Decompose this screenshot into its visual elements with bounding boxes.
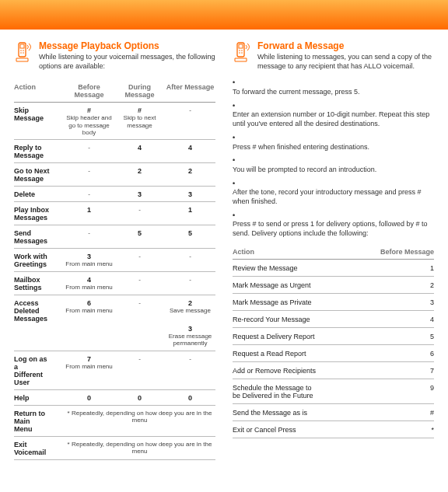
table-row: Mark Message as Private3 xyxy=(233,294,434,311)
table-row: Review the Message1 xyxy=(233,260,434,277)
value-cell: 0 xyxy=(64,394,114,402)
span-cell: * Repeatedly, depending on how deep you … xyxy=(64,441,215,456)
value-cell: - xyxy=(64,190,114,198)
playback-section-header: Message Playback Options While listening… xyxy=(14,40,215,71)
value-cell: * xyxy=(431,426,434,434)
table-row: ExitVoicemail* Repeatedly, depending on … xyxy=(14,437,215,460)
table-row: Reply toMessage-44 xyxy=(14,140,215,163)
value-cell: - xyxy=(114,276,165,291)
action-label: AccessDeletedMessages xyxy=(14,299,64,347)
table-row: AccessDeletedMessages6From main menu-2Sa… xyxy=(14,295,215,351)
value-cell: 3 xyxy=(165,190,215,198)
table-row: Work withGreetings3From main menu-- xyxy=(14,249,215,272)
table-row: Request a Delivery Report5 xyxy=(233,328,434,345)
value-cell: 7 xyxy=(430,367,434,375)
action-label: Mark Message as Urgent xyxy=(233,281,311,289)
table-row: Play InboxMessages1-1 xyxy=(14,202,215,225)
value-cell: 3 xyxy=(430,298,434,306)
svg-point-10 xyxy=(239,52,240,54)
action-label: Go to NextMessage xyxy=(14,167,64,183)
value-cell: 4 xyxy=(430,316,434,323)
phone-icon xyxy=(233,41,251,65)
svg-point-4 xyxy=(20,52,22,54)
svg-point-9 xyxy=(241,50,243,51)
table-row: Schedule the Message tobe Delivered in t… xyxy=(233,379,434,404)
svg-point-2 xyxy=(20,50,22,51)
playback-subtitle: While listening to your voicemail messag… xyxy=(39,53,215,71)
action-label: Mark Message as Private xyxy=(233,298,312,306)
hdr2-action: Action xyxy=(233,248,254,256)
action-label: Re-record Your Message xyxy=(233,316,310,323)
value-cell: - xyxy=(64,144,114,159)
playback-table-body: SkipMessage#Skip header and go to messag… xyxy=(14,103,215,459)
value-cell: - xyxy=(165,253,215,268)
action-label: Request a Delivery Report xyxy=(233,333,315,340)
value-cell: - xyxy=(165,355,215,386)
value-cell: 3 xyxy=(114,190,165,198)
bullet-item: •Enter an extension number or 10-digit n… xyxy=(233,102,434,129)
bullet-item: •After the tone, record your introductor… xyxy=(233,180,434,207)
table-row: SkipMessage#Skip header and go to messag… xyxy=(14,103,215,140)
action-label: Play InboxMessages xyxy=(14,206,64,222)
value-cell: 1 xyxy=(165,206,215,222)
action-label: Reply toMessage xyxy=(14,144,64,159)
value-cell: #Skip to next message xyxy=(114,106,165,136)
table-row: Exit or Cancel Press* xyxy=(233,421,434,438)
value-cell: - xyxy=(165,106,215,136)
table-row: MailboxSettings4From main menu-- xyxy=(14,272,215,295)
table-row: Delete-33 xyxy=(14,187,215,202)
table-row: Go to NextMessage-22 xyxy=(14,163,215,187)
action-label: Return toMainMenu xyxy=(14,410,64,433)
value-cell: 4From main menu xyxy=(64,276,114,291)
value-cell: - xyxy=(114,299,165,347)
table-row: Send the Message as is# xyxy=(233,404,434,421)
table-row: Request a Read Report6 xyxy=(233,345,434,362)
value-cell: - xyxy=(114,206,165,222)
bullet-item: •You will be prompted to record an intro… xyxy=(233,156,434,174)
value-cell: - xyxy=(64,229,114,245)
action-label: SendMessages xyxy=(14,229,64,245)
value-cell: 0 xyxy=(114,394,165,402)
table-row: Log on asaDifferentUser7From main menu-- xyxy=(14,351,215,390)
value-cell: 5 xyxy=(114,229,165,245)
svg-rect-6 xyxy=(237,43,244,57)
action-label: Work withGreetings xyxy=(14,253,64,268)
forward-table-header: Action Before Message xyxy=(233,245,434,260)
svg-point-3 xyxy=(23,50,24,51)
value-cell: - xyxy=(64,167,114,183)
action-label: Help xyxy=(14,394,64,402)
forward-bullet-list: •To forward the current message, press 5… xyxy=(233,79,434,238)
svg-rect-0 xyxy=(19,43,26,57)
value-cell: - xyxy=(165,276,215,291)
span-cell: * Repeatedly, depending on how deep you … xyxy=(64,410,215,433)
playback-title: Message Playback Options xyxy=(39,40,215,51)
table-row: Help000 xyxy=(14,390,215,406)
value-cell: 2 xyxy=(430,281,434,289)
value-cell: 6 xyxy=(430,350,434,358)
forward-title: Forward a Message xyxy=(257,40,434,51)
value-cell: 2 xyxy=(165,167,215,183)
bullet-item: •Press # to send or press 1 for delivery… xyxy=(233,211,434,239)
hdr-action: Action xyxy=(14,83,64,99)
hdr-after: After Message xyxy=(165,83,215,99)
action-label: Review the Message xyxy=(233,264,298,272)
svg-point-11 xyxy=(241,52,243,54)
value-cell: - xyxy=(114,253,165,268)
action-label: Schedule the Message tobe Delivered in t… xyxy=(233,384,313,400)
forward-table-body: Review the Message1Mark Message as Urgen… xyxy=(233,260,434,438)
action-label: Send the Message as is xyxy=(233,409,307,417)
value-cell: 9 xyxy=(430,384,434,400)
action-label: Delete xyxy=(14,190,64,198)
hdr-before: Before Message xyxy=(64,83,114,99)
value-cell: 4 xyxy=(114,144,165,159)
value-cell: 5 xyxy=(165,229,215,245)
action-label: Add or Remove Recipients xyxy=(233,367,316,375)
value-cell: 6From main menu xyxy=(64,299,114,347)
hdr2-before: Before Message xyxy=(380,248,434,256)
phone-icon xyxy=(14,41,33,65)
table-row: Return toMainMenu* Repeatedly, depending… xyxy=(14,406,215,437)
svg-rect-7 xyxy=(239,44,243,48)
value-cell: #Skip header and go to message body xyxy=(64,106,114,136)
main-content: Message Playback Options While listening… xyxy=(0,30,448,474)
table-row: Re-record Your Message4 xyxy=(233,311,434,328)
